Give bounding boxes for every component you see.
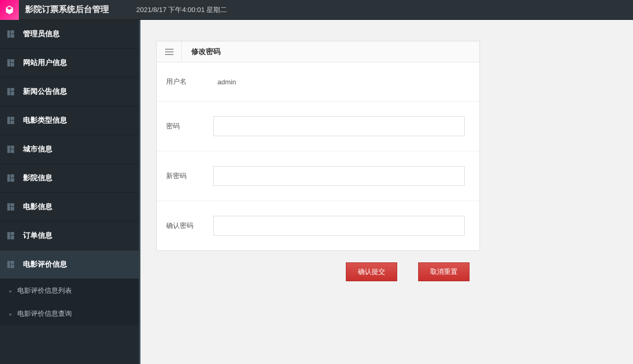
grid-icon [7, 30, 15, 38]
grid-icon [7, 174, 15, 182]
sidebar-item-review[interactable]: 电影评价信息 [0, 250, 139, 279]
main-content: 修改密码 用户名 admin 密码 新密码 确认密码 确认提交 取消重置 [140, 20, 633, 364]
new-password-input[interactable] [213, 166, 465, 186]
grid-icon [7, 146, 15, 153]
form-row-password: 密码 [157, 102, 479, 151]
sidebar-item-movie[interactable]: 电影信息 [0, 193, 139, 222]
sidebar: 管理员信息 网站用户信息 新闻公告信息 电影类型信息 城市信息 影院信息 电影信… [0, 20, 140, 364]
sidebar-item-label: 城市信息 [23, 145, 52, 154]
sidebar-item-movie-type[interactable]: 电影类型信息 [0, 106, 139, 135]
sidebar-item-cinema[interactable]: 影院信息 [0, 164, 139, 193]
grid-icon [7, 203, 15, 211]
datetime-display: 2021/8/17 下午4:00:01 星期二 [136, 5, 227, 15]
sidebar-subitem-review-search[interactable]: 电影评价信息查询 [0, 302, 139, 325]
form-row-new-password: 新密码 [157, 151, 479, 201]
sidebar-item-label: 电影信息 [23, 202, 52, 212]
app-logo [0, 0, 19, 20]
password-label: 密码 [166, 122, 213, 131]
form-row-confirm-password: 确认密码 [157, 201, 479, 250]
sidebar-item-label: 影院信息 [23, 173, 52, 183]
confirm-password-input[interactable] [213, 216, 465, 236]
sidebar-item-order[interactable]: 订单信息 [0, 222, 139, 250]
sidebar-subitem-label: 电影评价信息列表 [17, 286, 72, 295]
change-password-panel: 修改密码 用户名 admin 密码 新密码 确认密码 [156, 41, 480, 251]
app-header: 影院订票系统后台管理 2021/8/17 下午4:00:01 星期二 [0, 0, 633, 20]
sidebar-item-label: 管理员信息 [23, 29, 60, 39]
username-value: admin [213, 78, 236, 86]
sidebar-subitem-label: 电影评价信息查询 [17, 309, 72, 318]
sidebar-item-label: 订单信息 [23, 231, 52, 240]
grid-icon [7, 261, 15, 268]
svg-rect-0 [165, 49, 173, 50]
svg-rect-2 [165, 54, 173, 55]
password-input[interactable] [213, 116, 465, 136]
sidebar-item-admin[interactable]: 管理员信息 [0, 20, 139, 49]
new-password-label: 新密码 [166, 171, 213, 181]
button-row: 确认提交 取消重置 [156, 262, 480, 281]
sidebar-item-news[interactable]: 新闻公告信息 [0, 78, 139, 106]
app-title: 影院订票系统后台管理 [19, 4, 115, 15]
panel-header: 修改密码 [157, 41, 479, 62]
menu-icon[interactable] [157, 41, 182, 62]
submit-button[interactable]: 确认提交 [346, 262, 397, 281]
reset-button[interactable]: 取消重置 [418, 262, 470, 281]
username-label: 用户名 [166, 77, 213, 86]
sidebar-item-label: 电影类型信息 [23, 116, 67, 125]
logo-icon [4, 5, 15, 15]
form-row-username: 用户名 admin [157, 62, 479, 102]
sidebar-item-label: 网站用户信息 [23, 58, 67, 68]
grid-icon [7, 232, 15, 239]
grid-icon [7, 88, 15, 95]
sidebar-item-city[interactable]: 城市信息 [0, 135, 139, 164]
sidebar-item-label: 新闻公告信息 [23, 87, 67, 96]
confirm-password-label: 确认密码 [166, 221, 213, 230]
grid-icon [7, 117, 15, 124]
sidebar-subitem-review-list[interactable]: 电影评价信息列表 [0, 279, 139, 302]
sidebar-item-users[interactable]: 网站用户信息 [0, 49, 139, 78]
svg-rect-1 [165, 51, 173, 52]
sidebar-item-label: 电影评价信息 [23, 260, 67, 269]
panel-title: 修改密码 [182, 47, 221, 57]
grid-icon [7, 59, 15, 67]
